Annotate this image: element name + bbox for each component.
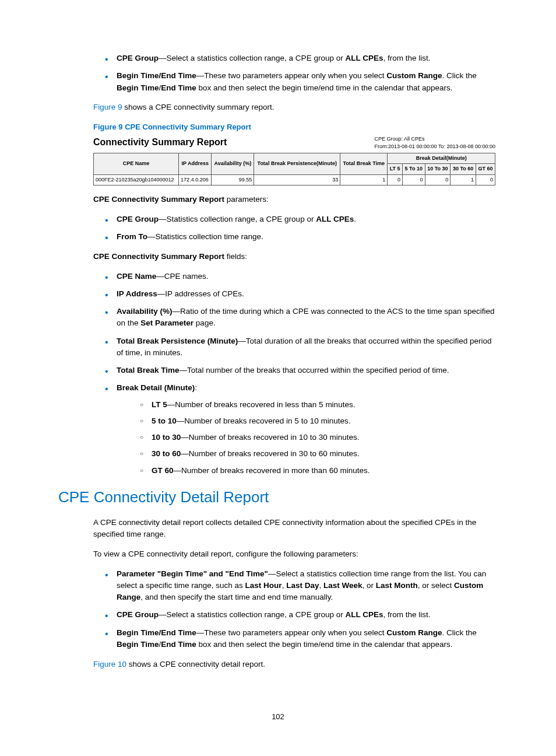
list-item: CPE Group—Select a statistics collection…: [93, 52, 498, 64]
th-gt60: GT 60: [476, 164, 495, 175]
report-title: Connectivity Summary Report: [93, 135, 227, 149]
figure-10-link[interactable]: Figure 10: [93, 660, 126, 668]
figure-10-sentence: Figure 10 shows a CPE connectivity detai…: [93, 659, 498, 670]
list-item: CPE Name—CPE names.: [93, 271, 498, 282]
bold: 30 to 60: [152, 449, 181, 458]
bold: Last Hour: [245, 581, 282, 590]
th-tbp: Total Break Persistence(Minute): [254, 153, 340, 174]
text: shows a CPE connectivity summary report.: [122, 103, 275, 111]
bold: CPE Group: [117, 610, 159, 619]
detail-bullets: Parameter "Begin Time" and "End Time"—Se…: [93, 568, 498, 651]
detail-p1: A CPE connectivity detail report collect…: [93, 517, 498, 541]
bold: Total Break Time: [117, 366, 180, 374]
bold: IP Address: [117, 289, 157, 298]
text: —CPE names.: [156, 272, 208, 281]
list-item: 5 to 10—Number of breaks recovered in 5 …: [134, 415, 498, 427]
text: —Number of breaks recovered in 10 to 30 …: [181, 433, 359, 442]
cell: 1: [340, 174, 388, 186]
cell: 0: [476, 174, 495, 186]
bold: Custom Range: [386, 628, 442, 637]
cell: 000FE2-210235a20gb104000012: [94, 174, 179, 186]
th-bd: Break Detail(Minute): [388, 153, 495, 164]
bold: CPE Connectivity Summary Report: [93, 252, 224, 261]
list-item: Total Break Time—Total number of the bre…: [93, 365, 498, 376]
top-bullets: CPE Group—Select a statistics collection…: [93, 52, 498, 94]
report-meta-group: CPE Group: All CPEs: [375, 135, 495, 144]
th-30-60: 30 To 60: [451, 164, 476, 175]
text: , from the list.: [383, 610, 430, 619]
bold: End Time: [161, 640, 196, 649]
cell: 0: [425, 174, 451, 186]
content-block: CPE Group—Select a statistics collection…: [93, 52, 498, 670]
bold: Begin Time: [117, 83, 159, 92]
text: ,: [282, 581, 287, 590]
bold: CPE Group: [117, 215, 159, 223]
table-row: 000FE2-210235a20gb104000012 172.4.0.206 …: [94, 174, 495, 186]
cell: 0: [388, 174, 403, 186]
page-number: 102: [0, 712, 556, 721]
cell: 1: [451, 174, 476, 186]
break-detail-sub: LT 5—Number of breaks recovered in less …: [134, 399, 498, 477]
list-item: Total Break Persistence (Minute)—Total d…: [93, 335, 498, 359]
text: —Number of breaks recovered in less than…: [167, 400, 356, 409]
text: box and then select the begin time/end t…: [196, 640, 453, 649]
bold: Set Parameter: [140, 318, 193, 327]
list-item: CPE Group—Statistics collection range, a…: [93, 214, 498, 225]
list-item: Begin Time/End Time—These two parameters…: [93, 70, 498, 94]
bold: Availability (%): [117, 307, 173, 316]
heading-detail-report: CPE Connectivity Detail Report: [58, 486, 498, 509]
list-item: CPE Group—Select a statistics collection…: [93, 609, 498, 621]
text: —Number of breaks recovered in more than…: [174, 466, 370, 475]
th-5-10: 5 To 10: [403, 164, 425, 175]
list-item: IP Address—IP addresses of CPEs.: [93, 288, 498, 300]
text: parameters:: [224, 195, 269, 204]
th-lt5: LT 5: [388, 164, 403, 175]
figure-9-caption: Figure 9 CPE Connectivity Summary Report: [93, 121, 498, 133]
list-item: LT 5—Number of breaks recovered in less …: [134, 399, 498, 411]
bold: CPE Name: [117, 272, 156, 281]
list-item: 30 to 60—Number of breaks recovered in 3…: [134, 448, 498, 460]
list-item: Begin Time/End Time—These two parameters…: [93, 627, 498, 651]
bold: 10 to 30: [152, 433, 181, 442]
figure-9-sentence: Figure 9 shows a CPE connectivity summar…: [93, 102, 498, 113]
params-bullets: CPE Group—Statistics collection range, a…: [93, 214, 498, 243]
text: . Click the: [442, 71, 476, 80]
bold: CPE Connectivity Summary Report: [93, 195, 224, 204]
list-item: 10 to 30—Number of breaks recovered in 1…: [134, 432, 498, 443]
figure-9-link[interactable]: Figure 9: [93, 103, 122, 111]
text: fields:: [224, 252, 247, 261]
cell: 33: [254, 174, 340, 186]
bold: Total Break Persistence (Minute): [117, 337, 238, 345]
th-cpe-name: CPE Name: [94, 153, 179, 174]
text: , or select: [418, 581, 454, 590]
list-item: Break Detail (Minute): LT 5—Number of br…: [93, 382, 498, 477]
list-item: Parameter "Begin Time" and "End Time"—Se…: [93, 568, 498, 604]
bold: Begin Time: [117, 640, 159, 649]
params-heading: CPE Connectivity Summary Report paramete…: [93, 194, 498, 205]
text: —Total number of the breaks that occurre…: [180, 366, 449, 374]
text: ,: [319, 581, 323, 590]
list-item: GT 60—Number of breaks recovered in more…: [134, 465, 498, 477]
bold: Parameter "Begin Time" and "End Time": [117, 569, 268, 578]
th-ip: IP Address: [179, 153, 212, 174]
list-item: Availability (%)—Ratio of the time durin…: [93, 306, 498, 330]
text: —Statistics collection range, a CPE grou…: [159, 215, 316, 223]
th-avail: Availability (%): [212, 153, 254, 174]
bold: CPE Group: [117, 54, 159, 62]
text: , or: [362, 581, 375, 590]
text: —Select a statistics collection range, a…: [159, 54, 345, 62]
text: .: [354, 215, 356, 223]
text: , from the list.: [383, 54, 430, 62]
text: page.: [193, 318, 216, 327]
text: —These two parameters appear only when y…: [196, 628, 386, 637]
bold: Begin Time/End Time: [117, 71, 196, 80]
text: :: [195, 383, 197, 392]
th-tbt: Total Break Time: [340, 153, 388, 174]
bold: LT 5: [152, 400, 167, 409]
bold: Last Day: [286, 581, 319, 590]
text: —IP addresses of CPEs.: [157, 289, 244, 298]
bold: ALL CPEs: [316, 215, 354, 223]
cell: 172.4.0.206: [179, 174, 212, 186]
fields-heading: CPE Connectivity Summary Report fields:: [93, 251, 498, 262]
cell: 0: [403, 174, 425, 186]
